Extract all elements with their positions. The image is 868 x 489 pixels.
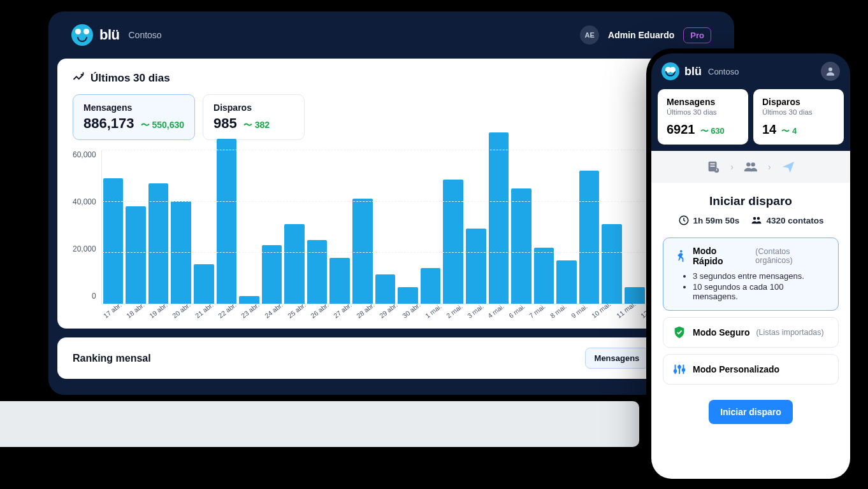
svg-point-0	[828, 67, 832, 71]
ranking-title: Ranking mensal	[73, 353, 151, 364]
step-template-icon[interactable]	[705, 160, 721, 174]
start-dispatch-button[interactable]: Iniciar disparo	[709, 400, 793, 424]
bar	[262, 245, 282, 304]
desktop-window: blü Contoso AE Admin Eduardo Pro Últimos…	[48, 11, 734, 395]
x-tick: 4 mai.	[486, 302, 505, 320]
ranking-card: Ranking mensal Mensagens Disparos	[57, 337, 725, 379]
brand-name: blü	[684, 65, 702, 78]
option-modo-rapido[interactable]: Modo Rápido (Contatos orgânicos) 3 segun…	[663, 237, 839, 311]
svg-point-13	[678, 366, 681, 369]
bar	[284, 224, 305, 304]
mobile-device: blü Contoso Mensagens Últimos 30 dias 69…	[646, 48, 855, 484]
brand-name: blü	[99, 27, 120, 43]
svg-point-6	[746, 162, 750, 166]
mobile-stat-disparos[interactable]: Disparos Últimos 30 dias 14 〜 4	[753, 89, 844, 145]
stat-sublabel: Últimos 30 dias	[762, 108, 835, 116]
mobile-stat-mensagens[interactable]: Mensagens Últimos 30 dias 6921 〜 630	[658, 89, 748, 145]
bar	[307, 240, 328, 304]
step-send-icon[interactable]	[780, 160, 797, 174]
segment-mensagens[interactable]: Mensagens	[585, 348, 649, 369]
desktop-header: blü Contoso AE Admin Eduardo Pro	[48, 11, 734, 59]
mobile-header: blü Contoso	[651, 53, 850, 89]
option-title: Modo Personalizado	[693, 364, 779, 374]
option-modo-personalizado[interactable]: Modo Personalizado	[663, 354, 839, 385]
option-title: Modo Rápido	[693, 246, 749, 266]
chart-y-axis: 60,00040,00020,0000	[73, 150, 101, 316]
stat-label: Disparos	[213, 103, 294, 113]
chart-bars	[101, 150, 734, 304]
svg-point-9	[753, 217, 756, 220]
svg-point-14	[683, 369, 685, 371]
logo-icon	[71, 24, 93, 46]
bar	[352, 199, 373, 304]
step-contacts-icon[interactable]	[742, 160, 759, 174]
bar	[579, 171, 600, 304]
user-name: Admin Eduardo	[608, 30, 674, 40]
mobile-screen: blü Contoso Mensagens Últimos 30 dias 69…	[651, 53, 850, 479]
bar	[489, 132, 509, 304]
x-tick: 6 mai.	[507, 302, 526, 320]
stat-delta: 〜 630	[700, 125, 725, 137]
stat-value: 886,173	[83, 115, 134, 132]
stat-cards: Mensagens 886,173 〜 550,630 Disparos 985…	[73, 94, 710, 140]
stat-value: 14	[762, 122, 776, 137]
svg-rect-3	[711, 166, 715, 167]
org-name: Contoso	[129, 30, 162, 40]
overview-title: Últimos 30 dias	[90, 72, 170, 85]
stat-delta: 〜 382	[243, 120, 270, 131]
brand: blü	[71, 24, 120, 46]
mode-options: Modo Rápido (Contatos orgânicos) 3 segun…	[663, 237, 839, 385]
stat-delta: 〜 4	[781, 125, 797, 137]
stat-card-mensagens[interactable]: Mensagens 886,173 〜 550,630	[73, 94, 195, 140]
bar	[194, 264, 214, 304]
bar	[511, 188, 532, 304]
background-strip	[0, 401, 639, 447]
clock-icon	[678, 215, 690, 226]
avatar-initials[interactable]: AE	[580, 25, 599, 45]
bar	[443, 180, 463, 304]
bar	[534, 248, 554, 304]
bar	[556, 260, 577, 304]
shield-icon	[672, 325, 686, 339]
stat-card-disparos[interactable]: Disparos 985 〜 382	[203, 94, 305, 140]
overview-card: Últimos 30 dias Mensagens 886,173 〜 550,…	[57, 59, 725, 329]
stat-value: 6921	[667, 122, 695, 137]
x-tick: 9 mai.	[570, 302, 589, 320]
contacts-count: 4320 contatos	[751, 215, 823, 226]
option-details: 3 segundos entre mensagens. 10 segundos …	[693, 271, 829, 301]
svg-point-11	[680, 250, 683, 253]
mobile-content: › › Iniciar disparo 1h 59m 50s	[651, 151, 850, 479]
bar	[375, 274, 396, 304]
bar	[148, 183, 169, 304]
dispatch-meta: 1h 59m 50s 4320 contatos	[663, 215, 839, 226]
stat-label: Mensagens	[667, 97, 739, 107]
runner-icon	[672, 249, 686, 263]
x-tick: 1 mai.	[424, 302, 443, 320]
svg-point-12	[674, 370, 677, 372]
avatar-icon[interactable]	[821, 62, 840, 81]
logo-icon	[662, 62, 679, 80]
x-tick: 3 mai.	[466, 302, 485, 320]
stat-value: 985	[213, 115, 237, 132]
stat-label: Mensagens	[83, 103, 184, 113]
stat-delta: 〜 550,630	[141, 120, 185, 131]
stepper: › ›	[651, 151, 850, 183]
bar	[625, 287, 645, 304]
duration: 1h 59m 50s	[678, 215, 740, 226]
bar-chart: 60,00040,00020,0000 17 abr.18 abr.19 abr…	[73, 150, 710, 316]
trend-icon	[73, 71, 84, 85]
svg-rect-2	[711, 164, 715, 165]
bar	[329, 258, 350, 304]
option-hint: (Listas importadas)	[756, 328, 823, 337]
option-modo-seguro[interactable]: Modo Seguro (Listas importadas)	[663, 317, 839, 348]
option-hint: (Contatos orgânicos)	[755, 247, 829, 265]
chart-x-axis: 17 abr.18 abr.19 abr.20 abr.21 abr.22 ab…	[101, 304, 734, 316]
bar	[398, 287, 418, 304]
bar	[466, 229, 486, 304]
chevron-right-icon: ›	[730, 162, 734, 172]
stat-sublabel: Últimos 30 dias	[667, 108, 739, 116]
org-name: Contoso	[708, 67, 739, 76]
mobile-stats: Mensagens Últimos 30 dias 6921 〜 630 Dis…	[651, 89, 850, 151]
svg-point-10	[757, 217, 760, 220]
stat-label: Disparos	[762, 97, 835, 107]
